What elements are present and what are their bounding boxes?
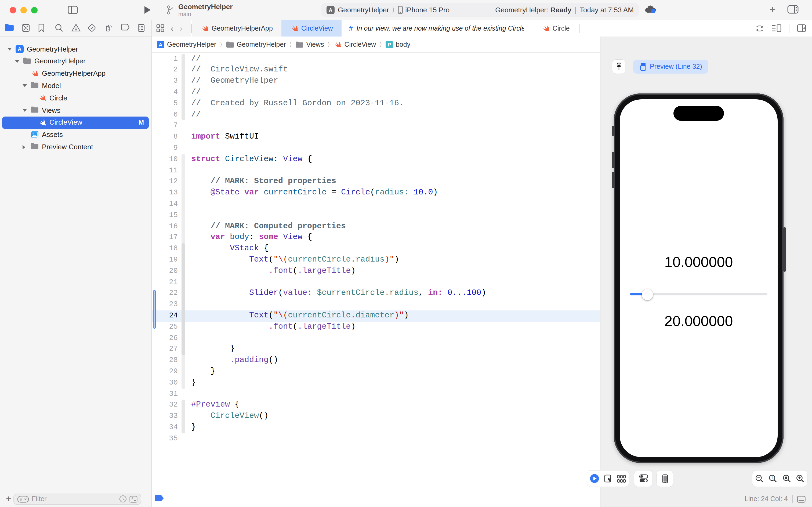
editor-options-icon[interactable] <box>772 24 781 32</box>
report-icon[interactable] <box>137 23 147 33</box>
back-chevron-icon[interactable]: ‹ <box>171 23 173 33</box>
item-label: GeometryHelperApp <box>42 69 106 77</box>
sidebar-item-geometryhelper[interactable]: AGeometryHelper <box>0 43 152 55</box>
issue-icon[interactable] <box>71 23 80 33</box>
source-control-icon[interactable] <box>21 23 31 33</box>
app-screen: 10.000000 20.000000 <box>620 99 777 457</box>
debug-icon[interactable] <box>105 23 114 33</box>
item-label: Assets <box>42 130 63 138</box>
sidebar-item-assets[interactable]: Assets <box>0 129 152 141</box>
code-line-34: } <box>191 422 196 434</box>
maximize-window-button[interactable] <box>31 7 38 13</box>
split-editor-icon[interactable] <box>797 24 806 32</box>
diameter-value-text: 20.000000 <box>620 313 777 330</box>
device-bezels-button[interactable] <box>657 470 673 487</box>
find-icon[interactable] <box>55 23 64 33</box>
breakpoint-indicator[interactable] <box>155 495 164 501</box>
test-icon[interactable] <box>88 23 97 33</box>
run-button[interactable] <box>143 5 152 14</box>
zoom-100-icon[interactable]: 1 <box>769 474 777 483</box>
minimize-window-button[interactable] <box>20 7 27 13</box>
filter-icon <box>17 496 29 502</box>
device-settings-button[interactable] <box>634 470 652 487</box>
disclosure-expanded-icon[interactable] <box>15 60 19 63</box>
preview-mode-group <box>587 470 629 487</box>
scheme-device[interactable]: iPhone 15 Pro <box>405 6 450 14</box>
tab-geometryhelperapp[interactable]: GeometryHelperApp <box>192 20 282 37</box>
sidebar-item-circle[interactable]: Circle <box>0 92 152 104</box>
tab-circleview[interactable]: CircleView <box>282 20 342 37</box>
code-line-20: .font(.largeTitle) <box>191 266 355 277</box>
line-number: 22 <box>152 288 178 299</box>
breakpoint-icon[interactable] <box>121 23 130 33</box>
toggle-navigator-icon[interactable] <box>68 5 78 14</box>
recent-files-clock-icon[interactable] <box>119 495 127 503</box>
status-project: GeometryHelper: <box>495 6 548 14</box>
source-editor[interactable]: 1//2// CircleView.swift3// GeometryHelpe… <box>152 53 600 490</box>
editor-tab-bar: ‹ › GeometryHelperApp CircleView # In ou… <box>152 20 812 37</box>
toggle-inspector-icon[interactable] <box>787 5 799 14</box>
live-preview-play-icon[interactable] <box>589 474 599 484</box>
sidebar-item-geometryhelperapp[interactable]: GeometryHelperApp <box>0 67 152 80</box>
line-number: 2 <box>152 65 178 76</box>
source-control-status-icon[interactable] <box>129 496 137 502</box>
device-settings-icon <box>639 474 648 483</box>
add-editor-plus-button[interactable]: + <box>769 4 775 15</box>
swift-icon <box>201 24 209 32</box>
folder-icon <box>31 143 39 150</box>
disclosure-expanded-icon[interactable] <box>22 109 27 112</box>
variants-icon[interactable] <box>617 474 627 483</box>
zoom-fit-icon[interactable] <box>782 474 791 483</box>
line-number: 33 <box>152 411 178 422</box>
add-file-button[interactable]: + <box>6 494 11 504</box>
disclosure-expanded-icon[interactable] <box>7 48 12 51</box>
selectable-preview-icon[interactable] <box>604 474 612 483</box>
breadcrumb-item-views[interactable]: Views <box>295 41 324 48</box>
bookmark-icon[interactable] <box>38 23 47 33</box>
related-items-grid-icon[interactable] <box>156 24 164 32</box>
breadcrumb-item-geometryhelper[interactable]: GeometryHelper <box>226 41 286 48</box>
scheme-and-status-bar[interactable]: A GeometryHelper ⟩ iPhone 15 Pro Geometr… <box>321 3 639 17</box>
radius-slider[interactable] <box>630 293 767 295</box>
preview-tab-button[interactable]: Preview (Line 32) <box>633 60 709 73</box>
line-number: 11 <box>152 165 178 176</box>
pin-preview-button[interactable] <box>612 60 625 73</box>
breadcrumb-item-geometryhelper[interactable]: AGeometryHelper <box>157 41 216 48</box>
close-window-button[interactable] <box>10 7 16 13</box>
disclosure-collapsed-icon[interactable] <box>22 145 25 149</box>
sidebar-item-circleview[interactable]: CircleViewM <box>0 117 152 129</box>
disclosure-expanded-icon[interactable] <box>22 84 27 87</box>
filter-input[interactable]: Filter <box>13 493 141 505</box>
svg-text:1: 1 <box>771 475 773 480</box>
code-line-24: Text("\(currentCircle.diameter)") <box>191 311 409 322</box>
swap-editor-icon[interactable] <box>755 24 764 32</box>
swift-icon <box>38 94 46 102</box>
item-label: GeometryHelper <box>27 45 78 53</box>
slider-thumb[interactable] <box>641 289 653 300</box>
breadcrumb-item-circleview[interactable]: CircleView <box>334 41 376 48</box>
sidebar-item-views[interactable]: Views <box>0 104 152 117</box>
item-label: GeometryHelper <box>35 57 85 65</box>
line-number: 32 <box>152 400 178 411</box>
commit-message: In our view, we are now making use of th… <box>356 24 524 32</box>
code-line-13: @State var currentCircle = Circle(radius… <box>191 187 438 199</box>
sidebar-item-preview-content[interactable]: Preview Content <box>0 141 152 153</box>
scheme-project[interactable]: GeometryHelper <box>338 6 389 14</box>
preview-device-icon <box>640 63 647 71</box>
editor-only-layout-icon[interactable] <box>797 496 806 502</box>
zoom-out-icon[interactable] <box>755 474 764 483</box>
radius-value-text: 10.000000 <box>620 254 777 271</box>
forward-chevron-icon[interactable]: › <box>180 23 183 33</box>
code-line-33: CircleView() <box>191 411 269 422</box>
window-titlebar: GeometryHelper main A GeometryHelper ⟩ i… <box>0 0 812 20</box>
breadcrumb-item-body[interactable]: Pbody <box>386 41 410 48</box>
tab-circle[interactable]: Circle <box>532 20 579 37</box>
swift-icon <box>31 69 39 77</box>
sidebar-item-model[interactable]: Model <box>0 80 152 92</box>
swift-icon <box>334 41 342 48</box>
project-navigator-icon[interactable] <box>5 23 14 33</box>
code-line-10: struct CircleView: View { <box>191 154 312 165</box>
sidebar-item-geometryhelper[interactable]: GeometryHelper <box>0 55 152 68</box>
zoom-in-icon[interactable] <box>796 474 805 483</box>
code-line-1: // <box>191 53 201 65</box>
